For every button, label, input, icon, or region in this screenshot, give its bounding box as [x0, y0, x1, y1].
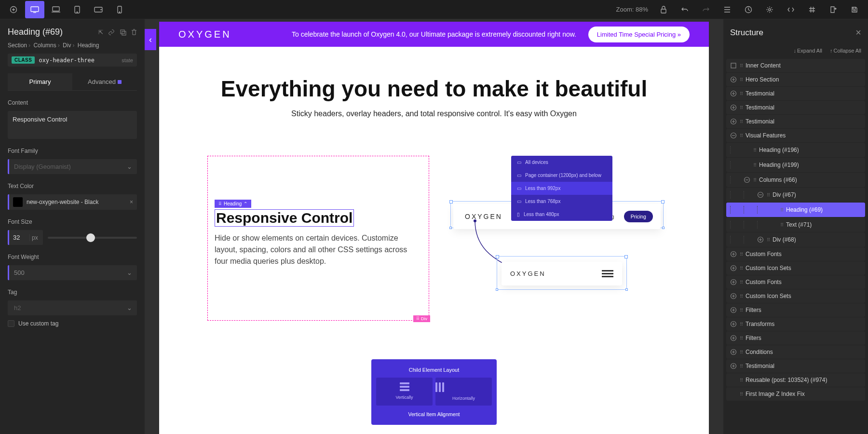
viewport-laptop-button[interactable]	[46, 1, 66, 18]
drag-handle-icon[interactable]: ⠿	[767, 237, 770, 243]
drag-handle-icon[interactable]: ⠿	[740, 322, 743, 327]
tree-expand-icon[interactable]	[730, 90, 737, 97]
export-button[interactable]	[824, 1, 843, 18]
page-canvas[interactable]: OXYGEN To celebrate the launch of Oxygen…	[159, 22, 709, 434]
drag-handle-icon[interactable]: ⠿	[740, 63, 743, 68]
drag-handle-icon[interactable]: ⠿	[740, 392, 743, 397]
breadcrumb[interactable]: Section› Columns› Div› Heading	[8, 42, 137, 49]
page-subhead[interactable]: Sticky headers, overlay headers, and tot…	[178, 109, 690, 118]
tree-row[interactable]: ⠿Testimonial	[726, 87, 865, 100]
viewport-tablet-button[interactable]	[68, 1, 87, 18]
drag-handle-icon[interactable]: ⠿	[753, 163, 756, 168]
font-family-select[interactable]: Display (Geomanist)⌄	[8, 159, 137, 174]
tree-row[interactable]: ⠿Hero Section	[726, 73, 865, 86]
feature-body[interactable]: Hide or show elements on certain devices…	[215, 232, 422, 267]
drag-handle-icon[interactable]: ⠿	[740, 350, 743, 355]
tree-row[interactable]: ⠿Columns (#66)	[726, 173, 865, 187]
tree-expand-icon[interactable]	[757, 191, 764, 198]
color-swatch[interactable]	[13, 197, 23, 207]
tree-row[interactable]: ⠿First Image Z Index Fix	[726, 387, 865, 401]
tag-select[interactable]: h2⌄	[8, 300, 137, 315]
drag-handle-icon[interactable]: ⠿	[740, 77, 743, 82]
tree-row[interactable]: ⠿Testimonial	[726, 101, 865, 114]
banner-cta-button[interactable]: Limited Time Special Pricing »	[588, 27, 690, 42]
drag-handle-icon[interactable]: ⠿	[740, 133, 743, 138]
tree-expand-icon[interactable]	[730, 132, 737, 139]
tree-expand-icon[interactable]	[730, 118, 737, 125]
tree-row[interactable]: ⠿Custom Icon Sets	[726, 289, 865, 303]
tree-row[interactable]: ⠿Heading (#199)	[726, 158, 865, 172]
tree-expand-icon[interactable]	[730, 391, 737, 397]
font-size-unit[interactable]: px	[29, 234, 43, 241]
text-color-input[interactable]: new-oxygen-website - Black ×	[8, 194, 137, 210]
font-size-input[interactable]: px	[8, 230, 43, 245]
drag-handle-icon[interactable]: ⠿	[740, 252, 743, 257]
font-weight-select[interactable]: 500⌄	[8, 265, 137, 280]
drag-handle-icon[interactable]: ⠿	[780, 207, 783, 213]
tree-row[interactable]: ⠿Filters	[726, 303, 865, 317]
font-size-value[interactable]	[9, 230, 29, 245]
tree-row[interactable]: ⠿Text (#71)	[726, 217, 865, 232]
font-size-slider[interactable]	[48, 237, 137, 239]
feature-title[interactable]: Responsive Control	[215, 209, 354, 227]
clear-color-icon[interactable]: ×	[130, 199, 133, 205]
duplicate-icon[interactable]	[120, 29, 126, 36]
viewport-desktop-button[interactable]	[25, 1, 44, 18]
tree-expand-icon[interactable]	[730, 335, 737, 341]
tree-expand-icon[interactable]	[744, 147, 750, 153]
class-state-dropdown[interactable]: state	[122, 57, 133, 63]
settings-button[interactable]	[760, 1, 779, 18]
tree-expand-icon[interactable]	[771, 221, 777, 228]
drag-handle-icon[interactable]: ⠿	[740, 266, 743, 271]
tree-expand-icon[interactable]	[730, 349, 737, 355]
tree-expand-icon[interactable]	[730, 377, 737, 383]
delete-icon[interactable]	[131, 29, 137, 36]
tree-expand-icon[interactable]	[771, 206, 777, 213]
drag-handle-icon[interactable]: ⠿	[753, 177, 756, 183]
undo-button[interactable]	[675, 1, 694, 18]
tree-expand-icon[interactable]	[730, 62, 737, 69]
expand-all-button[interactable]: ↓ Expand All	[794, 48, 822, 54]
tree-row[interactable]: ⠿Testimonial	[726, 359, 865, 373]
drag-handle-icon[interactable]: ⠿	[740, 105, 743, 110]
tree-row[interactable]: ⠿Custom Fonts	[726, 275, 865, 289]
tree-row[interactable]: ⠿Div (#67)	[726, 188, 865, 202]
tree-expand-icon[interactable]	[730, 76, 737, 83]
content-input[interactable]: Responsive Control	[8, 111, 137, 139]
collapse-all-button[interactable]: ↑ Collapse All	[830, 48, 861, 54]
tree-expand-icon[interactable]	[730, 279, 737, 285]
tree-expand-icon[interactable]	[730, 363, 737, 369]
lock-button[interactable]	[654, 1, 673, 18]
tree-expand-icon[interactable]	[757, 236, 764, 243]
drag-handle-icon[interactable]: ⠿	[740, 280, 743, 285]
class-selector[interactable]: CLASS oxy-header-three state	[8, 54, 137, 67]
tree-row[interactable]: ⠿Inner Content	[726, 59, 865, 72]
drag-handle-icon[interactable]: ⠿	[740, 119, 743, 124]
tree-row[interactable]: ⠿Transforms	[726, 317, 865, 331]
save-button[interactable]	[845, 1, 864, 18]
tree-row[interactable]: ⠿Heading (#69)	[726, 203, 865, 217]
collapse-left-panel-button[interactable]: ‹	[145, 29, 156, 50]
selection-label[interactable]: ⠿Heading⌃	[215, 200, 251, 208]
tree-row[interactable]: ⠿Conditions	[726, 345, 865, 359]
tree-expand-icon[interactable]	[730, 251, 737, 258]
zoom-indicator[interactable]: Zoom: 88%	[612, 6, 652, 13]
drag-handle-icon[interactable]: ⠿	[740, 336, 743, 341]
tree-row[interactable]: ⠿Testimonial	[726, 115, 865, 128]
drag-handle-icon[interactable]: ⠿	[740, 364, 743, 369]
tree-expand-icon[interactable]	[730, 307, 737, 313]
div-selection-label[interactable]: ⠿ Div	[413, 315, 430, 322]
tree-expand-icon[interactable]	[730, 265, 737, 271]
use-custom-tag-checkbox[interactable]: Use custom tag	[8, 320, 137, 327]
hierarchy-icon[interactable]: ⇱	[98, 29, 103, 36]
tab-primary[interactable]: Primary	[8, 73, 72, 90]
viewport-phone-button[interactable]	[110, 1, 129, 18]
tree-row[interactable]: ⠿Heading (#196)	[726, 143, 865, 157]
tree-row[interactable]: ⠿Visual Features	[726, 129, 865, 142]
tree-row[interactable]: ⠿Div (#68)	[726, 232, 865, 247]
tab-advanced[interactable]: Advanced	[72, 73, 137, 90]
structure-button[interactable]	[718, 1, 737, 18]
tree-row[interactable]: ⠿Custom Fonts	[726, 247, 865, 261]
link-icon[interactable]	[108, 29, 115, 36]
slider-thumb[interactable]	[86, 233, 95, 242]
